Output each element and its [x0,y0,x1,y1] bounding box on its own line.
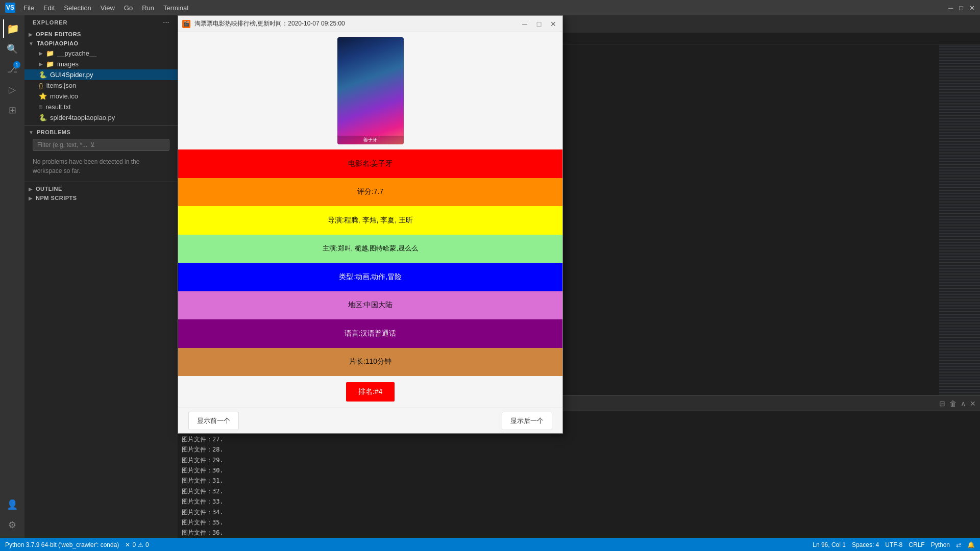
panel-value: 27. [212,436,224,443]
sidebar-item-images[interactable]: ▶ 📁 images [24,59,178,69]
arrow-right-icon2: ▶ [39,61,43,67]
status-notification-icon[interactable]: 🔔 [967,541,975,548]
rank-button[interactable]: 排名:#4 [346,382,395,402]
python-file-icon: 🐍 [39,71,47,79]
panel-close-icon[interactable]: ✕ [970,399,976,408]
search-icon[interactable]: 🔍 [3,40,21,58]
activity-bar: 📁 🔍 ⎇1 ▷ ⊞ 👤 ⚙ [0,15,24,538]
arrow-down-icon: ▼ [29,41,34,46]
vscode-logo-icon: VS [5,3,15,13]
app-minimize-button[interactable]: ─ [520,20,530,28]
menu-selection[interactable]: Selection [60,3,95,13]
app-close-button[interactable]: ✕ [548,20,558,28]
status-errors[interactable]: ✕ 0 ⚠ 0 [125,541,149,548]
status-sync-icon[interactable]: ⇄ [956,541,961,548]
next-movie-button[interactable]: 显示后一个 [502,412,552,430]
sidebar-item-movie-ico[interactable]: ⭐ movie.ico [24,91,178,102]
result-txt-label: result.txt [46,103,71,111]
close-button[interactable]: ✕ [969,4,975,12]
spider4taopiaopiao-label: spider4taopiaopiao.py [50,114,115,121]
panel-split-icon[interactable]: ⊟ [939,399,945,408]
panel-line-12: 图片文件：36. [182,528,976,538]
explorer-icon[interactable]: 📁 [3,19,21,38]
language-row: 语言:汉语普通话 [178,319,562,348]
menu-file[interactable]: File [19,3,38,13]
panel-up-icon[interactable]: ∧ [961,399,966,408]
status-language[interactable]: Python [931,541,950,548]
filter-placeholder: Filter (e.g. text, *... [37,141,87,148]
panel-label: 图片文件： [182,498,212,505]
panel-value: 28. [212,446,224,453]
sidebar: EXPLORER ··· ▶ OPEN EDITORS ▼ TAOPIAOPIA… [24,15,178,538]
menu-view[interactable]: View [96,3,119,13]
app-maximize-button[interactable]: □ [534,20,544,28]
prev-movie-button[interactable]: 显示前一个 [188,412,239,430]
duration-row: 片长:110分钟 [178,348,562,377]
status-bar: Python 3.7.9 64-bit ('web_crawler': cond… [0,538,980,551]
region-row: 地区:中国大陆 [178,291,562,320]
arrow-icon: ▶ [29,32,33,37]
settings-icon[interactable]: ⚙ [3,516,21,534]
sidebar-item-gui4spider[interactable]: 🐍 GUI4Spider.py [24,69,178,80]
sidebar-divider2 [24,182,178,182]
status-git-branch[interactable]: Python 3.7.9 64-bit ('web_crawler': cond… [5,541,119,548]
ico-icon: ⭐ [39,92,47,100]
sidebar-problems-header[interactable]: ▼ PROBLEMS [24,128,178,137]
error-icon: ✕ [125,541,130,548]
panel-label: 图片文件： [182,457,212,464]
explorer-more-icon[interactable]: ··· [163,19,169,26]
panel-line-8: 图片文件：32. [182,486,976,496]
sidebar-item-open-editors[interactable]: ▶ OPEN EDITORS [24,30,178,39]
source-control-icon[interactable]: ⎇1 [3,60,21,79]
region-text: 地区:中国大陆 [348,300,393,310]
panel-line-6: 图片文件：30. [182,465,976,475]
app-title-text: 🎬 淘票票电影热映排行榜,更新时间：2020-10-07 09:25:00 [182,19,345,28]
images-label: images [57,60,79,68]
menu-edit[interactable]: Edit [39,3,59,13]
status-line-ending[interactable]: CRLF [909,541,924,548]
run-debug-icon[interactable]: ▷ [3,81,21,99]
menu-run[interactable]: Run [138,3,158,13]
minimize-button[interactable]: ─ [948,4,953,12]
sidebar-item-items-json[interactable]: {} items.json [24,80,178,91]
sidebar-outline-header[interactable]: ▶ OUTLINE [24,184,178,193]
movie-poster: 姜子牙 [337,37,404,144]
menu-go[interactable]: Go [120,3,137,13]
maximize-button[interactable]: □ [959,4,963,12]
panel-line-10: 图片文件：34. [182,507,976,517]
panel-label: 图片文件： [182,509,212,516]
rating-text: 评分:7.7 [357,187,383,196]
sidebar-item-spider4taopiaopiao[interactable]: 🐍 spider4taopiaopiao.py [24,112,178,123]
panel-value: 29. [212,457,224,464]
sidebar-item-pycache[interactable]: ▶ 📁 __pycache__ [24,48,178,59]
main-layout: 📁 🔍 ⎇1 ▷ ⊞ 👤 ⚙ EXPLORER ··· ▶ OPEN EDITO… [0,15,980,538]
movie-name-row: 电影名:姜子牙 [178,149,562,178]
account-icon[interactable]: 👤 [3,495,21,514]
npm-scripts-label: NPM SCRIPTS [36,195,77,201]
panel-value: 31. [212,477,224,484]
images-folder-icon: 📁 [46,60,54,68]
items-json-label: items.json [46,82,77,89]
panel-line-9: 图片文件：33. [182,496,976,507]
panel-label: 图片文件： [182,477,212,484]
sidebar-npm-scripts-header[interactable]: ▶ NPM SCRIPTS [24,193,178,203]
panel-line-4: 图片文件：28. [182,444,976,455]
sidebar-item-result-txt[interactable]: ≡ result.txt [24,102,178,112]
panel-value: 35. [212,519,224,526]
menu-bar: File Edit Selection View Go Run Terminal [19,3,192,13]
menu-terminal[interactable]: Terminal [159,3,192,13]
extensions-icon[interactable]: ⊞ [3,101,21,119]
panel-value: 32. [212,488,224,495]
status-encoding[interactable]: UTF-8 [885,541,902,548]
sidebar-item-workspace[interactable]: ▼ TAOPIAOPIAO [24,39,178,48]
status-line-col[interactable]: Ln 96, Col 1 [813,541,846,548]
panel-label: 图片文件： [182,436,212,443]
director-text: 导演:程腾, 李炜, 李夏, 王昕 [328,216,413,225]
problems-filter[interactable]: Filter (e.g. text, *... ⊻ [33,139,169,151]
status-spaces[interactable]: Spaces: 4 [852,541,879,548]
app-title-label: 淘票票电影热映排行榜,更新时间：2020-10-07 09:25:00 [194,19,345,28]
panel-trash-icon[interactable]: 🗑 [949,399,957,408]
app-window-controls: ─ □ ✕ [520,20,558,28]
panel-line-3: 图片文件：27. [182,434,976,444]
sidebar-divider [24,125,178,126]
